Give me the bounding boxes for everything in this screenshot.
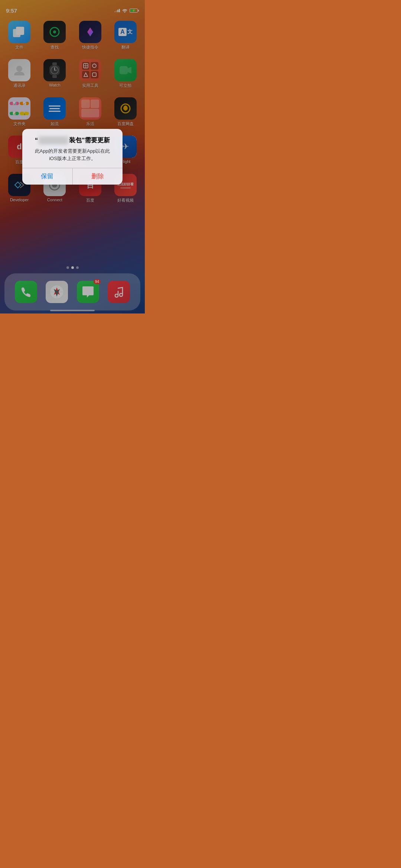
alert-keep-button[interactable]: 保留	[22, 168, 72, 185]
alert-app-name-blurred	[39, 136, 68, 144]
alert-dialog: “ 装包"需要更新 此App的开发者需要更新App以在此iOS版本上正常工作。 …	[22, 129, 123, 185]
alert-title-prefix: “	[35, 136, 38, 144]
alert-buttons: 保留 删除	[22, 168, 123, 185]
alert-content: “ 装包"需要更新 此App的开发者需要更新App以在此iOS版本上正常工作。	[22, 129, 123, 168]
alert-delete-button[interactable]: 删除	[72, 168, 123, 185]
alert-title-suffix: 装包"需要更新	[69, 136, 110, 144]
alert-body: 此App的开发者需要更新App以在此iOS版本上正常工作。	[28, 147, 117, 162]
alert-overlay: “ 装包"需要更新 此App的开发者需要更新App以在此iOS版本上正常工作。 …	[0, 0, 145, 313]
alert-title: “ 装包"需要更新	[28, 136, 117, 144]
